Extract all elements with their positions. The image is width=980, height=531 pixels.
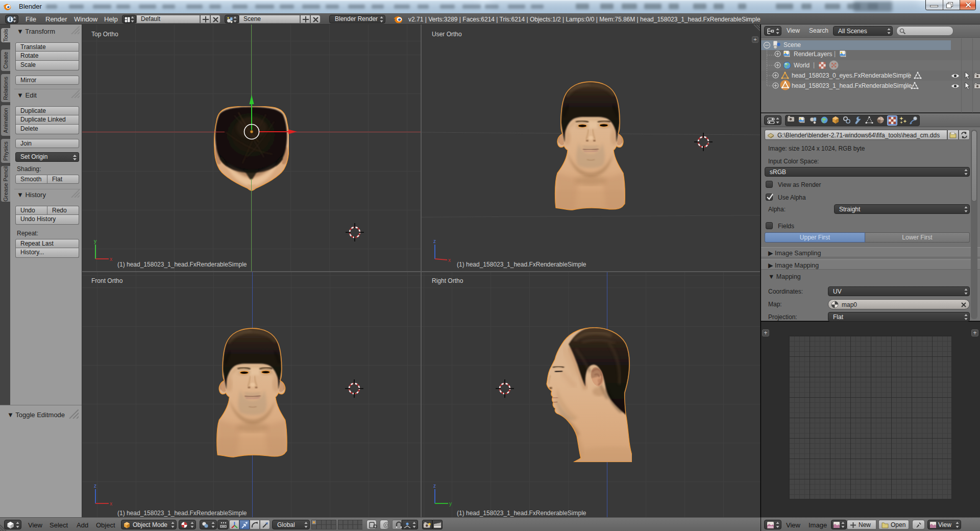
svg-text:x: x <box>110 501 112 506</box>
svg-text:y: y <box>94 238 96 244</box>
svg-text:z: z <box>433 483 436 489</box>
svg-text:x: x <box>448 257 451 262</box>
svg-text:z: z <box>433 238 436 244</box>
svg-text:z: z <box>94 483 96 489</box>
svg-text:x: x <box>110 256 112 262</box>
svg-text:y: y <box>449 501 452 506</box>
